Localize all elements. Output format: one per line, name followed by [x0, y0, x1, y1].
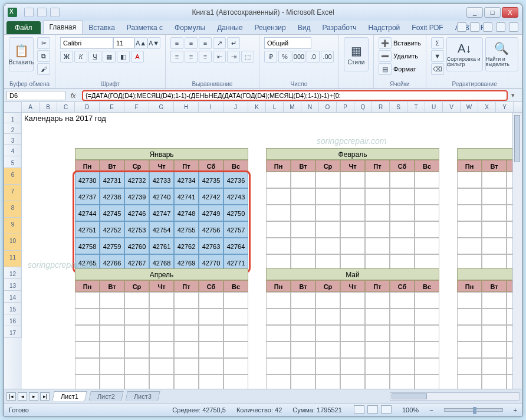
col-header-L[interactable]: L — [266, 102, 284, 112]
calendar-cell[interactable]: 42753 — [124, 221, 149, 238]
calendar-cell[interactable] — [124, 292, 149, 309]
calendar-cell[interactable]: 42743 — [223, 188, 248, 205]
calendar-cell[interactable] — [315, 375, 340, 389]
row-header-12[interactable]: 12 — [4, 267, 22, 279]
calendar-cell[interactable] — [75, 342, 100, 358]
close-button[interactable]: X — [502, 7, 518, 18]
calendar-cell[interactable] — [266, 358, 291, 375]
row-header-7[interactable]: 7 — [4, 185, 22, 201]
align-mid-icon[interactable]: ≡ — [185, 37, 198, 49]
col-header-B[interactable]: B — [40, 102, 57, 112]
calendar-cell[interactable] — [457, 205, 482, 221]
calendar-cell[interactable] — [390, 375, 415, 389]
calendar-cell[interactable]: 42731 — [100, 172, 124, 188]
calendar-cell[interactable] — [75, 358, 100, 375]
tab-insert[interactable]: Вставка — [83, 21, 121, 34]
calendar-cell[interactable] — [315, 205, 340, 221]
calendar-cell[interactable] — [315, 292, 340, 309]
font-family-combo[interactable]: Calibri — [60, 37, 113, 49]
tab-review[interactable]: Рецензир — [249, 21, 292, 34]
calendar-cell[interactable] — [340, 172, 365, 188]
calendar-cell[interactable] — [390, 292, 415, 309]
calendar-cell[interactable] — [415, 238, 439, 254]
calendar-cell[interactable] — [365, 358, 390, 375]
row-header-10[interactable]: 10 — [4, 234, 22, 251]
doc-max-icon[interactable] — [496, 22, 505, 32]
font-size-combo[interactable]: 11 — [113, 37, 134, 49]
sheet-first-icon[interactable]: |◂ — [6, 392, 16, 401]
calendar-cell[interactable] — [340, 375, 365, 389]
calendar-cell[interactable] — [174, 342, 199, 358]
calendar-cell[interactable] — [124, 325, 149, 342]
calendar-cell[interactable] — [482, 292, 507, 309]
row-header-5[interactable]: 5 — [4, 156, 22, 168]
calendar-cell[interactable] — [266, 292, 291, 309]
calendar-cell[interactable] — [482, 172, 507, 188]
sheet-tab-3[interactable]: Лист3 — [125, 391, 160, 401]
calendar-cell[interactable] — [149, 358, 174, 375]
calendar-cell[interactable]: 42735 — [199, 172, 223, 188]
wrap-text-icon[interactable]: ↵ — [227, 37, 240, 49]
row-header-1[interactable]: 1 — [4, 113, 22, 123]
calendar-cell[interactable] — [223, 358, 248, 375]
col-header-E[interactable]: E — [100, 102, 124, 112]
calendar-cell[interactable] — [291, 309, 315, 325]
bold-button[interactable]: Ж — [60, 51, 73, 63]
calendar-cell[interactable] — [291, 238, 315, 254]
calendar-cell[interactable] — [100, 325, 124, 342]
calendar-cell[interactable] — [223, 342, 248, 358]
col-header-U[interactable]: U — [425, 102, 443, 112]
calendar-cell[interactable] — [124, 358, 149, 375]
italic-button[interactable]: К — [74, 51, 87, 63]
calendar-cell[interactable] — [415, 205, 439, 221]
zoom-in-icon[interactable]: + — [514, 406, 517, 414]
col-header-P[interactable]: P — [337, 102, 354, 112]
calendar-cell[interactable] — [390, 221, 415, 238]
calendar-cell[interactable] — [365, 375, 390, 389]
autosum-icon[interactable]: Σ — [431, 37, 444, 49]
calendar-cell[interactable] — [199, 292, 223, 309]
col-header-F[interactable]: F — [124, 102, 149, 112]
calendar-cell[interactable] — [266, 188, 291, 205]
calendar-cell[interactable] — [365, 172, 390, 188]
calendar-cell[interactable] — [415, 172, 439, 188]
calendar-cell[interactable] — [315, 309, 340, 325]
calendar-cell[interactable] — [365, 309, 390, 325]
maximize-button[interactable]: □ — [484, 7, 501, 18]
grow-font-icon[interactable]: A▲ — [134, 37, 147, 49]
calendar-cell[interactable] — [390, 172, 415, 188]
calendar-cell[interactable]: 42755 — [174, 221, 199, 238]
align-right-icon[interactable]: ≡ — [199, 51, 212, 63]
calendar-cell[interactable] — [100, 292, 124, 309]
col-header-I[interactable]: I — [199, 102, 223, 112]
calendar-cell[interactable] — [124, 309, 149, 325]
calendar-cell[interactable] — [457, 172, 482, 188]
calendar-cell[interactable]: 42758 — [75, 238, 100, 254]
insert-cells-icon[interactable]: ➕ — [379, 37, 392, 49]
calendar-cell[interactable] — [390, 325, 415, 342]
calendar-cell[interactable] — [149, 309, 174, 325]
styles-button[interactable]: ▦Стили — [344, 37, 369, 71]
vertical-scrollbar[interactable] — [512, 113, 522, 389]
calendar-cell[interactable] — [482, 375, 507, 389]
row-header-4[interactable]: 4 — [4, 145, 22, 156]
calendar-cell[interactable] — [340, 358, 365, 375]
indent-dec-icon[interactable]: ⇤ — [213, 51, 226, 63]
formula-expand-icon[interactable]: ▾ — [511, 91, 522, 99]
calendar-cell[interactable]: 42762 — [174, 238, 199, 254]
indent-inc-icon[interactable]: ⇥ — [227, 51, 240, 63]
calendar-cell[interactable] — [149, 292, 174, 309]
calendar-cell[interactable] — [174, 358, 199, 375]
calendar-cell[interactable] — [199, 325, 223, 342]
calendar-cell[interactable] — [482, 205, 507, 221]
calendar-cell[interactable] — [291, 172, 315, 188]
calendar-cell[interactable] — [457, 325, 482, 342]
calendar-cell[interactable]: 42752 — [100, 221, 124, 238]
doc-close-icon[interactable] — [509, 22, 518, 32]
calendar-cell[interactable] — [174, 325, 199, 342]
doc-min-icon[interactable] — [483, 22, 492, 32]
col-header-M[interactable]: M — [284, 102, 301, 112]
calendar-cell[interactable] — [457, 292, 482, 309]
calendar-cell[interactable]: 42730 — [75, 172, 100, 188]
calendar-cell[interactable] — [340, 188, 365, 205]
